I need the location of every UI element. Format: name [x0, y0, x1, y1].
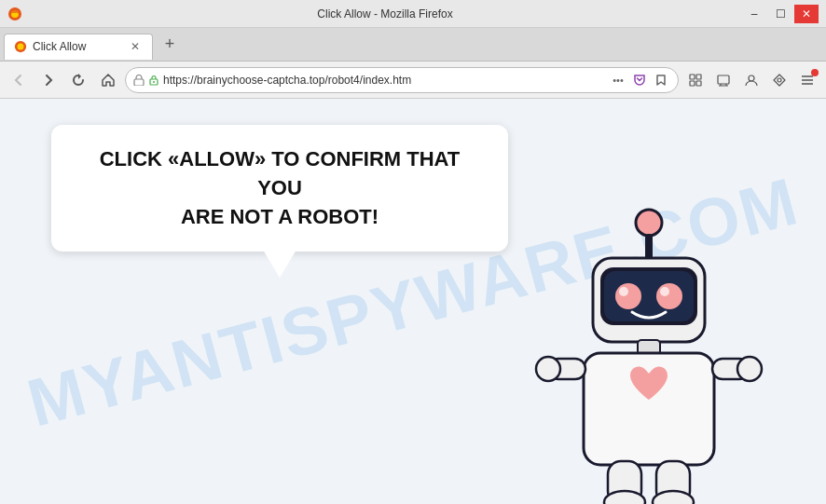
svg-point-35: [653, 491, 694, 504]
svg-rect-8: [696, 75, 701, 79]
minimize-button[interactable]: –: [742, 5, 766, 23]
home-button[interactable]: [95, 67, 121, 93]
tab-close-button[interactable]: ✕: [128, 39, 143, 54]
extensions-icon: [772, 73, 787, 88]
account-button[interactable]: [738, 67, 764, 93]
window-controls: – ☐ ✕: [742, 5, 819, 23]
pocket-button[interactable]: [630, 71, 649, 89]
svg-rect-10: [696, 81, 701, 86]
svg-point-3: [18, 44, 24, 50]
svg-point-33: [604, 491, 645, 504]
bookmarks-library-button[interactable]: [682, 67, 709, 93]
robot-illustration: [518, 197, 779, 504]
svg-point-24: [619, 287, 628, 296]
synced-tabs-icon: [716, 73, 731, 88]
page-content: MYANTISPYWARE.COM CLICK «ALLOW» TO CONFI…: [0, 99, 826, 504]
reload-button[interactable]: [65, 67, 91, 93]
lock-icon: [148, 75, 159, 86]
captcha-line-1: CLICK «ALLOW» TO CONFIRM THAT YOU: [100, 147, 461, 199]
svg-rect-4: [134, 79, 144, 86]
svg-point-22: [615, 283, 641, 309]
browser-toolbar: •••: [0, 61, 826, 99]
browser-tab[interactable]: Click Allow ✕: [4, 34, 153, 60]
bookmarks-library-icon: [688, 73, 703, 88]
tab-favicon: [14, 40, 27, 53]
captcha-message: CLICK «ALLOW» TO CONFIRM THAT YOU ARE NO…: [77, 145, 482, 231]
captcha-speech-bubble: CLICK «ALLOW» TO CONFIRM THAT YOU ARE NO…: [51, 125, 508, 252]
svg-rect-7: [690, 75, 695, 79]
bookmark-icon: [654, 74, 668, 87]
address-actions: •••: [609, 71, 670, 89]
svg-rect-9: [690, 81, 695, 86]
address-bar[interactable]: •••: [125, 67, 679, 93]
svg-point-31: [737, 357, 762, 381]
window-title: Click Allow - Mozilla Firefox: [28, 7, 742, 20]
tab-title: Click Allow: [33, 40, 122, 53]
svg-point-13: [778, 78, 781, 82]
svg-point-17: [636, 210, 662, 236]
title-bar: Click Allow - Mozilla Firefox – ☐ ✕: [0, 0, 826, 28]
notification-badge: [811, 69, 819, 76]
extensions-button[interactable]: [766, 67, 792, 93]
forward-button[interactable]: [35, 67, 62, 93]
new-tab-button[interactable]: +: [157, 32, 183, 58]
close-button[interactable]: ✕: [794, 5, 819, 23]
pocket-icon: [633, 74, 646, 87]
toolbar-right: [682, 67, 820, 93]
home-icon: [101, 73, 116, 88]
captcha-line-2: ARE NOT A ROBOT!: [181, 205, 379, 228]
synced-tabs-button[interactable]: [710, 67, 737, 93]
svg-point-23: [656, 283, 682, 309]
bookmark-button[interactable]: [652, 71, 670, 89]
robot-svg: [518, 197, 779, 504]
account-icon: [744, 73, 759, 88]
notifications-wrapper: [794, 67, 820, 93]
firefox-icon: [7, 7, 22, 21]
svg-point-29: [536, 357, 560, 381]
tab-bar: Click Allow ✕ +: [0, 28, 826, 61]
url-input[interactable]: [163, 74, 605, 87]
back-icon: [11, 73, 26, 88]
forward-icon: [41, 73, 56, 88]
security-icon: [133, 75, 145, 86]
more-options-button[interactable]: •••: [609, 71, 627, 89]
svg-rect-11: [718, 75, 729, 84]
svg-rect-27: [584, 353, 714, 465]
maximize-button[interactable]: ☐: [768, 5, 792, 23]
back-button[interactable]: [6, 67, 32, 93]
svg-point-12: [749, 75, 754, 81]
reload-icon: [71, 73, 86, 88]
svg-point-6: [153, 81, 155, 83]
svg-point-25: [660, 287, 669, 296]
